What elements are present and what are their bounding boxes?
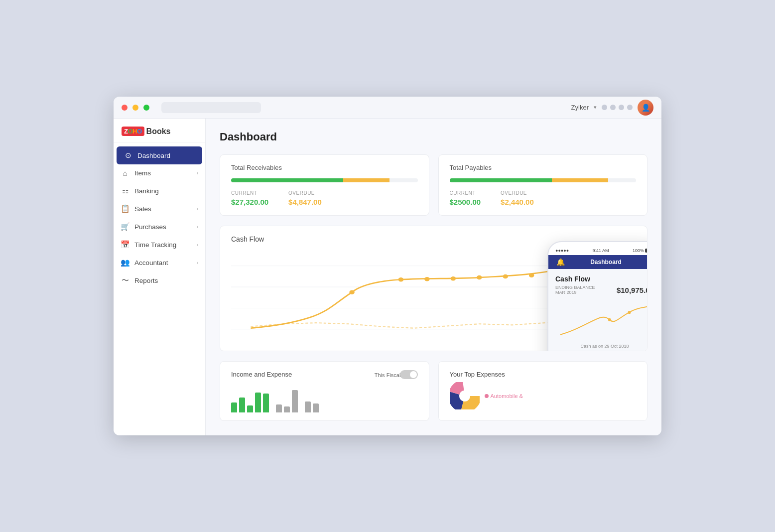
income-expense-card: Income and Expense This Fiscal Year ▾ bbox=[220, 361, 429, 421]
sidebar-item-items[interactable]: ⌂ Items › bbox=[114, 164, 205, 182]
org-name[interactable]: Zylker bbox=[571, 104, 589, 111]
sidebar-item-label: Banking bbox=[134, 187, 159, 195]
payables-current-amount: $2500.00 bbox=[450, 198, 481, 206]
payables-overdue: OVERDUE $2,440.00 bbox=[501, 190, 534, 206]
bar-8 bbox=[292, 390, 298, 412]
bottom-cards-row: Income and Expense This Fiscal Year ▾ bbox=[220, 361, 647, 421]
banking-icon: ⚏ bbox=[121, 186, 129, 195]
income-expense-chart bbox=[231, 385, 418, 412]
receivables-title: Total Receivables bbox=[231, 164, 418, 171]
sidebar-item-accountant[interactable]: 👥 Accountant › bbox=[114, 254, 205, 271]
sidebar-item-label: Reports bbox=[134, 277, 158, 284]
chevron-right-icon: › bbox=[197, 260, 198, 266]
sales-icon: 📋 bbox=[121, 204, 129, 213]
receivables-overdue: OVERDUE $4,847.00 bbox=[288, 190, 322, 206]
phone-refresh-icon[interactable]: ↻ bbox=[647, 258, 647, 266]
svg-point-6 bbox=[424, 277, 429, 281]
title-bar-left bbox=[122, 102, 261, 113]
header-dot-4 bbox=[627, 105, 633, 110]
svg-point-5 bbox=[398, 277, 403, 281]
title-bar-right: Zylker ▾ 👤 bbox=[571, 100, 653, 116]
avatar[interactable]: 👤 bbox=[638, 100, 653, 116]
reports-icon: 〜 bbox=[121, 276, 129, 285]
header-dots bbox=[602, 105, 633, 110]
sidebar-nav: ⊙ Dashboard ⌂ Items › ⚏ Banking 📋 Sale bbox=[114, 142, 205, 435]
receivables-progress-bar bbox=[231, 178, 418, 182]
sidebar-item-time-tracking[interactable]: 📅 Time Tracking › bbox=[114, 236, 205, 254]
phone-battery-label: 100% bbox=[633, 248, 644, 253]
bar-6 bbox=[276, 404, 282, 412]
sidebar-item-dashboard[interactable]: ⊙ Dashboard bbox=[117, 146, 202, 164]
payables-current: CURRENT $2500.00 bbox=[450, 190, 481, 206]
phone-battery-icon: ▮ bbox=[645, 249, 647, 253]
receivables-card: Total Receivables CURRENT $27,320.00 OVE… bbox=[220, 154, 429, 216]
payables-overdue-amount: $2,440.00 bbox=[501, 198, 534, 206]
receivables-current-label: CURRENT bbox=[231, 190, 268, 196]
sidebar-item-label: Purchases bbox=[134, 223, 166, 231]
maximize-button[interactable] bbox=[143, 105, 149, 111]
page-title: Dashboard bbox=[220, 131, 647, 143]
svg-point-15 bbox=[628, 311, 631, 314]
sidebar-item-sales[interactable]: 📋 Sales › bbox=[114, 200, 205, 218]
svg-point-7 bbox=[451, 276, 456, 280]
sidebar-item-purchases[interactable]: 🛒 Purchases › bbox=[114, 218, 205, 236]
payables-overdue-label: OVERDUE bbox=[501, 190, 534, 196]
bar-5 bbox=[263, 394, 269, 412]
bar-3 bbox=[247, 405, 253, 412]
phone-status-right: 100% ▮ bbox=[633, 248, 647, 253]
phone-date-label: Cash as on 29 Oct 2018 bbox=[555, 344, 647, 349]
items-icon: ⌂ bbox=[121, 169, 129, 177]
bar-10 bbox=[313, 403, 319, 412]
receivables-values: CURRENT $27,320.00 OVERDUE $4,847.00 bbox=[231, 190, 418, 206]
app-name: Books bbox=[146, 127, 171, 136]
svg-point-9 bbox=[503, 274, 508, 278]
phone-status-bar: ●●●●● 9:41 AM 100% ▮ bbox=[548, 248, 647, 255]
bar-4 bbox=[255, 393, 261, 412]
zoho-logo: ZOHO bbox=[122, 127, 144, 136]
phone-ending-balance-label: ENDING BALANCE bbox=[555, 285, 595, 290]
sidebar-item-banking[interactable]: ⚏ Banking bbox=[114, 182, 205, 200]
chart-toggle[interactable] bbox=[400, 370, 418, 379]
header-dot-3 bbox=[619, 105, 624, 110]
phone-signal: ●●●●● bbox=[555, 248, 569, 253]
receivables-current-bar bbox=[231, 178, 343, 182]
chevron-right-icon: › bbox=[197, 242, 198, 248]
phone-header-title: Dashboard bbox=[590, 259, 622, 266]
org-dropdown-icon[interactable]: ▾ bbox=[594, 104, 597, 111]
sidebar-item-reports[interactable]: 〜 Reports bbox=[114, 271, 205, 290]
sidebar-item-label: Time Tracking bbox=[134, 241, 176, 249]
sidebar-logo: ZOHO Books bbox=[114, 119, 205, 142]
receivables-overdue-bar bbox=[343, 178, 390, 182]
close-button[interactable] bbox=[122, 105, 128, 111]
top-expenses-chart: Automobile & bbox=[450, 382, 637, 409]
receivables-current: CURRENT $27,320.00 bbox=[231, 190, 268, 206]
payables-values: CURRENT $2500.00 OVERDUE $2,440.00 bbox=[450, 190, 637, 206]
minimize-button[interactable] bbox=[132, 105, 138, 111]
phone-ending-balance-amount: $10,975.00 bbox=[617, 286, 647, 294]
payables-current-label: CURRENT bbox=[450, 190, 481, 196]
receivables-overdue-amount: $4,847.00 bbox=[288, 198, 322, 206]
phone-time: 9:41 AM bbox=[593, 248, 609, 253]
purchases-icon: 🛒 bbox=[121, 222, 129, 231]
receivables-overdue-label: OVERDUE bbox=[288, 190, 322, 196]
svg-point-4 bbox=[349, 290, 354, 294]
phone-mockup: ●●●●● 9:41 AM 100% ▮ 🔔 Dashboard ↻ bbox=[547, 241, 647, 351]
phone-header: 🔔 Dashboard ↻ bbox=[548, 255, 647, 269]
phone-back-icon[interactable]: 🔔 bbox=[556, 258, 565, 266]
pie-legend-label: Automobile & bbox=[491, 393, 523, 399]
address-bar[interactable] bbox=[161, 102, 261, 113]
cashflow-card: Cash Flow bbox=[220, 226, 647, 351]
payables-current-bar bbox=[450, 178, 552, 182]
bar-2 bbox=[239, 398, 245, 412]
summary-cards-row: Total Receivables CURRENT $27,320.00 OVE… bbox=[220, 154, 647, 216]
main-layout: ZOHO Books ⊙ Dashboard ⌂ Items › bbox=[114, 119, 661, 435]
bar-1 bbox=[231, 402, 237, 412]
phone-chart-area bbox=[555, 300, 647, 340]
phone-body: Cash Flow ENDING BALANCE Mar 2019 $10,97… bbox=[548, 269, 647, 351]
bar-9 bbox=[305, 401, 311, 412]
payables-progress-bar bbox=[450, 178, 637, 182]
sidebar-item-label: Accountant bbox=[134, 259, 168, 266]
sidebar-item-label: Sales bbox=[134, 205, 151, 213]
bar-7 bbox=[284, 406, 290, 412]
phone-ending-balance: ENDING BALANCE Mar 2019 $10,975.00 bbox=[555, 285, 647, 295]
